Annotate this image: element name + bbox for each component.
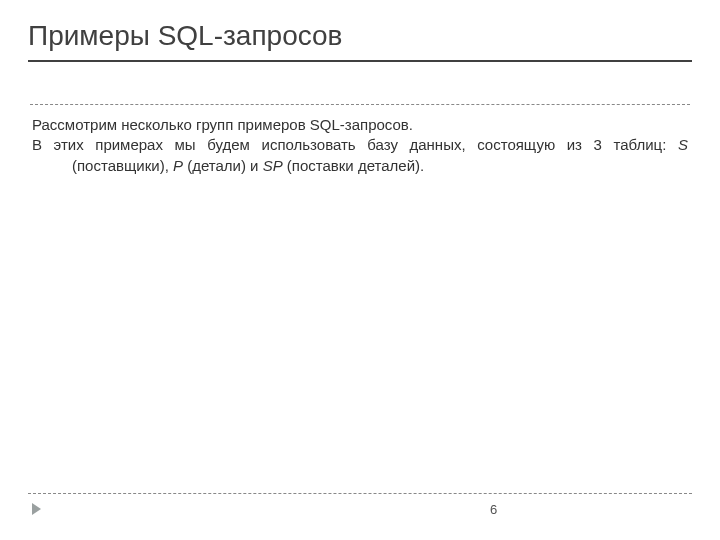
footer: 6 <box>28 493 692 518</box>
slide: Примеры SQL-запросов Рассмотрим нескольк… <box>0 0 720 540</box>
table-name-s: S <box>678 136 688 153</box>
dashed-rule-bottom <box>28 493 692 494</box>
slide-title: Примеры SQL-запросов <box>28 20 692 52</box>
paragraph-1: Рассмотрим несколько групп примеров SQL-… <box>32 115 688 135</box>
t1-desc: (поставщики), <box>72 157 173 174</box>
t2-desc: (детали) и <box>183 157 263 174</box>
arrow-icon <box>32 503 41 515</box>
table-name-p: P <box>173 157 183 174</box>
paragraph-2: В этих примерах мы будем использовать ба… <box>32 135 688 176</box>
page-number: 6 <box>490 502 497 517</box>
footer-row: 6 <box>28 500 692 518</box>
title-underline <box>28 60 692 62</box>
p2-prefix: В этих примерах мы будем использовать ба… <box>32 136 678 153</box>
dashed-rule-top <box>30 104 690 105</box>
body-text: Рассмотрим несколько групп примеров SQL-… <box>28 115 692 176</box>
t3-desc: (поставки деталей). <box>283 157 425 174</box>
table-name-sp: SP <box>263 157 283 174</box>
